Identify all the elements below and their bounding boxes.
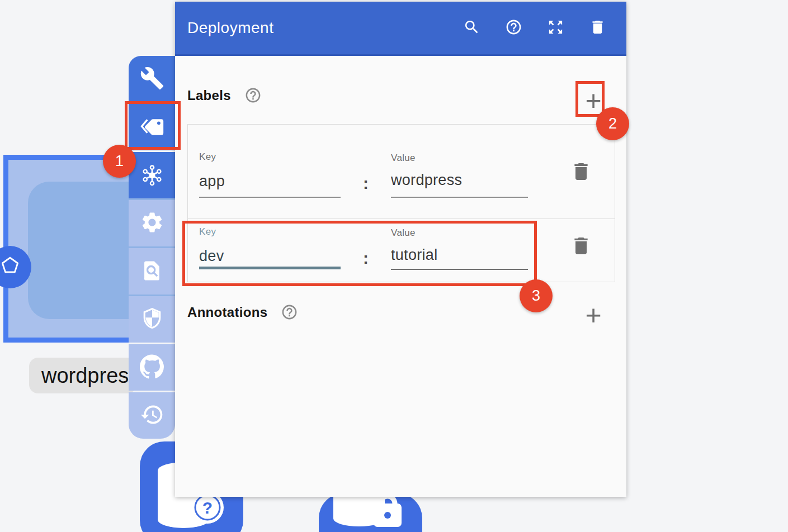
history-icon bbox=[140, 402, 164, 429]
key-input[interactable]: app bbox=[199, 173, 225, 190]
shield-icon bbox=[140, 306, 164, 333]
expand-icon[interactable] bbox=[547, 18, 564, 38]
row-divider bbox=[188, 218, 615, 219]
panel-title: Deployment bbox=[175, 19, 273, 37]
annotations-help-icon[interactable] bbox=[281, 303, 298, 321]
wrench-icon bbox=[140, 66, 164, 93]
value-field-label: Value bbox=[391, 153, 416, 164]
delete-label-row-icon[interactable] bbox=[570, 235, 592, 257]
step3-badge: 3 bbox=[520, 279, 553, 312]
trash-icon[interactable] bbox=[589, 18, 606, 38]
svg-text:?: ? bbox=[202, 498, 213, 517]
delete-label-row-icon[interactable] bbox=[570, 160, 592, 183]
labels-help-icon[interactable] bbox=[244, 87, 262, 104]
step2-highlight-box bbox=[575, 81, 605, 117]
search-icon[interactable] bbox=[463, 18, 480, 38]
key-field-label: Key bbox=[199, 151, 216, 163]
sidebar-item-github[interactable] bbox=[129, 344, 175, 391]
database-lock-icon[interactable] bbox=[319, 493, 422, 532]
key-input-underline bbox=[199, 197, 341, 198]
sidebar-item-settings[interactable] bbox=[129, 200, 175, 246]
annotations-heading: Annotations bbox=[187, 305, 267, 320]
help-icon[interactable] bbox=[505, 18, 522, 38]
step1-highlight-box bbox=[125, 101, 181, 150]
file-search-icon bbox=[140, 258, 164, 285]
step1-badge: 1 bbox=[103, 145, 136, 178]
hub-icon bbox=[140, 162, 164, 189]
step3-highlight-box bbox=[182, 221, 537, 286]
value-input[interactable]: wordpress bbox=[391, 172, 462, 189]
sidebar-item-security[interactable] bbox=[129, 296, 175, 343]
add-annotation-button[interactable]: + bbox=[577, 298, 610, 332]
step2-badge: 2 bbox=[596, 107, 629, 140]
labels-heading: Labels bbox=[187, 88, 231, 103]
app-canvas: wordpress ? bbox=[0, 0, 788, 532]
kv-separator: : bbox=[363, 174, 369, 193]
sidebar-item-history[interactable] bbox=[129, 392, 175, 439]
gear-icon bbox=[140, 210, 164, 237]
sidebar-item-tools[interactable] bbox=[129, 56, 175, 102]
panel-header: Deployment bbox=[175, 2, 626, 56]
github-icon bbox=[140, 354, 164, 381]
node-label: wordpress bbox=[29, 358, 136, 393]
pentagon-icon bbox=[0, 253, 23, 281]
sidebar-item-spec[interactable] bbox=[129, 248, 175, 294]
value-input-underline bbox=[391, 197, 528, 198]
